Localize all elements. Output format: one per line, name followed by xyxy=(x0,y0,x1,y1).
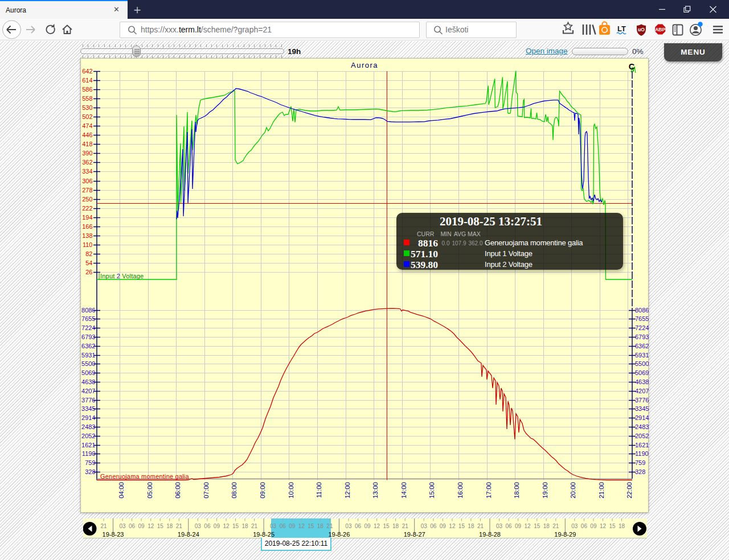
svg-text:328: 328 xyxy=(85,468,95,475)
svg-text:19-8-29: 19-8-29 xyxy=(554,531,576,538)
svg-text:12: 12 xyxy=(449,523,456,529)
svg-text:194: 194 xyxy=(82,214,92,221)
svg-text:21: 21 xyxy=(100,523,107,529)
svg-text:03: 03 xyxy=(496,523,503,529)
svg-text:16:00: 16:00 xyxy=(457,482,464,499)
svg-text:1621: 1621 xyxy=(81,442,95,448)
svg-text:278: 278 xyxy=(82,187,92,193)
svg-text:3776: 3776 xyxy=(635,397,649,403)
svg-text:446: 446 xyxy=(82,131,92,138)
svg-text:08:00: 08:00 xyxy=(231,482,237,499)
svg-text:5931: 5931 xyxy=(635,352,649,359)
svg-text:3776: 3776 xyxy=(81,397,95,403)
svg-text:7655: 7655 xyxy=(635,315,649,322)
svg-text:2483: 2483 xyxy=(81,423,95,430)
svg-text:03: 03 xyxy=(571,523,578,529)
svg-text:18: 18 xyxy=(317,523,324,529)
svg-text:04:00: 04:00 xyxy=(118,482,125,499)
svg-text:19-8-26: 19-8-26 xyxy=(328,531,350,538)
svg-text:2052: 2052 xyxy=(635,433,649,439)
svg-text:2052: 2052 xyxy=(81,433,95,439)
svg-text:2483: 2483 xyxy=(635,423,649,430)
svg-text:110: 110 xyxy=(83,241,93,248)
svg-text:26: 26 xyxy=(85,269,92,275)
svg-text:C: C xyxy=(629,62,635,71)
svg-text:14:00: 14:00 xyxy=(400,482,407,499)
svg-text:3345: 3345 xyxy=(81,405,95,412)
svg-text:09:00: 09:00 xyxy=(259,482,266,499)
svg-text:19-8-23: 19-8-23 xyxy=(103,531,124,538)
svg-text:558: 558 xyxy=(82,95,92,102)
svg-text:12: 12 xyxy=(223,523,230,529)
svg-text:09: 09 xyxy=(590,523,597,529)
svg-text:15: 15 xyxy=(232,523,239,529)
svg-text:586: 586 xyxy=(82,86,92,93)
svg-text:09: 09 xyxy=(364,523,371,529)
svg-text:54: 54 xyxy=(85,260,92,266)
svg-text:12: 12 xyxy=(148,523,154,529)
svg-text:759: 759 xyxy=(635,459,645,466)
svg-text:8086: 8086 xyxy=(635,307,649,314)
svg-text:Aurora: Aurora xyxy=(351,61,378,69)
svg-text:15: 15 xyxy=(383,523,390,529)
svg-text:3345: 3345 xyxy=(635,405,649,412)
svg-text:390: 390 xyxy=(82,150,92,157)
svg-text:530: 530 xyxy=(82,104,92,111)
svg-text:Generuojama momentine galia: Generuojama momentine galia xyxy=(100,473,189,480)
svg-text:21: 21 xyxy=(176,523,183,529)
svg-text:09: 09 xyxy=(138,523,145,529)
svg-text:15: 15 xyxy=(609,523,616,529)
svg-text:21: 21 xyxy=(402,523,409,529)
svg-text:7224: 7224 xyxy=(635,324,649,331)
svg-text:06: 06 xyxy=(506,523,513,529)
svg-text:06:00: 06:00 xyxy=(174,482,181,499)
svg-text:5931: 5931 xyxy=(81,352,95,359)
svg-text:5069: 5069 xyxy=(81,369,95,376)
svg-text:15: 15 xyxy=(534,523,540,529)
svg-text:18: 18 xyxy=(619,523,625,529)
svg-text:03: 03 xyxy=(270,523,277,529)
svg-text:11:00: 11:00 xyxy=(316,482,322,498)
svg-text:18: 18 xyxy=(392,523,399,529)
svg-text:474: 474 xyxy=(82,122,92,129)
svg-text:642: 642 xyxy=(82,68,92,75)
svg-text:09: 09 xyxy=(440,523,447,529)
svg-text:418: 418 xyxy=(82,141,92,147)
svg-text:18:00: 18:00 xyxy=(513,482,520,499)
svg-text:06: 06 xyxy=(581,523,588,529)
svg-text:4638: 4638 xyxy=(635,378,649,385)
svg-text:18: 18 xyxy=(543,523,550,529)
svg-text:21: 21 xyxy=(251,523,258,529)
svg-text:19-8-25: 19-8-25 xyxy=(253,531,275,538)
svg-text:4638: 4638 xyxy=(81,378,95,385)
svg-text:19:00: 19:00 xyxy=(542,482,548,499)
svg-text:6793: 6793 xyxy=(635,333,649,340)
svg-text:12:00: 12:00 xyxy=(344,482,351,499)
svg-text:22:00: 22:00 xyxy=(626,482,633,499)
svg-text:18: 18 xyxy=(468,523,474,529)
svg-text:328: 328 xyxy=(635,468,645,475)
svg-text:15: 15 xyxy=(458,523,465,529)
svg-text:21: 21 xyxy=(552,523,559,529)
svg-text:15: 15 xyxy=(157,523,164,529)
svg-text:614: 614 xyxy=(82,77,92,84)
svg-text:5069: 5069 xyxy=(635,369,649,376)
svg-text:05:00: 05:00 xyxy=(146,482,153,499)
svg-text:2914: 2914 xyxy=(81,414,95,421)
svg-text:03: 03 xyxy=(345,523,352,529)
svg-text:07:00: 07:00 xyxy=(203,482,210,499)
svg-text:12: 12 xyxy=(525,523,531,529)
svg-text:250: 250 xyxy=(82,196,92,203)
svg-text:13:00: 13:00 xyxy=(372,482,379,499)
svg-text:19-8-27: 19-8-27 xyxy=(404,531,425,538)
svg-text:09: 09 xyxy=(515,523,522,529)
svg-text:06: 06 xyxy=(355,523,362,529)
svg-text:6362: 6362 xyxy=(635,343,649,349)
svg-text:18: 18 xyxy=(241,523,248,529)
svg-text:03: 03 xyxy=(195,523,202,529)
svg-text:1190: 1190 xyxy=(635,450,649,457)
svg-text:759: 759 xyxy=(85,459,95,466)
svg-text:06: 06 xyxy=(204,523,211,529)
svg-text:166: 166 xyxy=(82,223,92,230)
svg-text:20:00: 20:00 xyxy=(570,482,576,499)
